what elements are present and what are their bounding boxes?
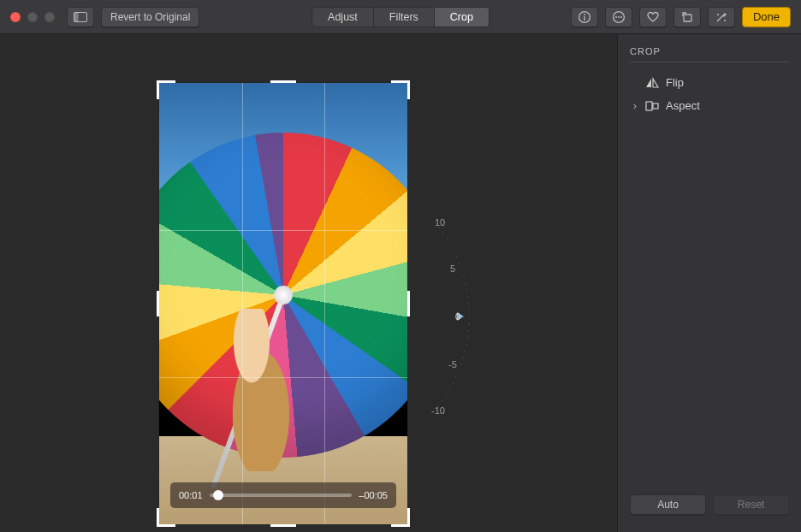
dial-tick-label: -10 xyxy=(431,405,445,416)
svg-point-7 xyxy=(618,16,620,18)
tab-adjust[interactable]: Adjust xyxy=(312,7,373,27)
svg-rect-1 xyxy=(74,12,79,21)
crop-handle-bottom-right[interactable] xyxy=(391,508,410,527)
photo-preview xyxy=(158,82,408,525)
flip-icon xyxy=(645,77,659,89)
crop-handle-bottom-left[interactable] xyxy=(157,508,175,527)
tab-crop[interactable]: Crop xyxy=(434,7,490,27)
svg-point-8 xyxy=(620,16,622,18)
crop-handle-top-left[interactable] xyxy=(157,80,175,99)
dial-tick-label: 5 xyxy=(450,263,455,274)
trim-track[interactable] xyxy=(210,494,353,497)
done-button[interactable]: Done xyxy=(742,7,791,27)
sidebar-footer: Auto Reset xyxy=(630,494,789,520)
minimize-window-button[interactable] xyxy=(27,12,38,22)
info-button[interactable] xyxy=(571,7,598,27)
crop-handle-left[interactable] xyxy=(157,291,159,316)
dial-tick-label: 10 xyxy=(435,217,445,228)
done-label: Done xyxy=(753,10,780,23)
trim-elapsed-label: 00:01 xyxy=(179,490,203,500)
titlebar: Revert to Original Adjust Filters Crop D… xyxy=(0,0,801,34)
tab-filters[interactable]: Filters xyxy=(373,7,434,27)
svg-rect-9 xyxy=(684,15,691,21)
revert-label: Revert to Original xyxy=(110,11,190,23)
aspect-icon xyxy=(645,100,659,112)
favorite-button[interactable] xyxy=(639,7,667,27)
video-trim-bar[interactable]: 00:01 –00:05 xyxy=(170,482,396,508)
rotate-button[interactable] xyxy=(673,7,701,27)
spacer xyxy=(632,76,638,89)
svg-point-6 xyxy=(615,16,617,18)
auto-enhance-button[interactable] xyxy=(708,7,735,27)
trim-remaining-label: –00:05 xyxy=(359,490,388,500)
more-button[interactable] xyxy=(605,7,632,27)
close-window-button[interactable] xyxy=(10,12,21,22)
crop-handle-top[interactable] xyxy=(270,80,296,83)
svg-rect-10 xyxy=(646,102,652,110)
sidebar-toggle-button[interactable] xyxy=(67,7,94,27)
crop-sidebar: CROP Flip › Aspect Auto Reset xyxy=(617,34,801,532)
revert-to-original-button[interactable]: Revert to Original xyxy=(101,7,199,27)
crop-handle-top-right[interactable] xyxy=(391,80,410,99)
aspect-label: Aspect xyxy=(666,99,700,112)
flip-row[interactable]: Flip xyxy=(630,71,789,94)
flip-label: Flip xyxy=(666,76,684,89)
trim-playhead[interactable] xyxy=(213,490,223,500)
sidebar-title: CROP xyxy=(630,46,789,62)
window-controls xyxy=(10,12,55,22)
auto-button[interactable]: Auto xyxy=(630,494,706,515)
reset-button[interactable]: Reset xyxy=(713,494,789,515)
crop-handle-bottom[interactable] xyxy=(270,524,296,527)
chevron-right-icon: › xyxy=(632,99,638,112)
edit-mode-tabs: Adjust Filters Crop xyxy=(312,7,490,27)
dial-indicator-icon xyxy=(457,312,464,321)
fullscreen-window-button[interactable] xyxy=(44,12,55,22)
dial-tick-label: -5 xyxy=(448,359,457,369)
svg-point-3 xyxy=(584,14,585,15)
crop-handle-right[interactable] xyxy=(407,291,410,316)
crop-frame[interactable]: 00:01 –00:05 xyxy=(158,82,408,525)
straighten-dial[interactable]: 10 5 0 -5 -10 xyxy=(409,205,529,428)
dial-tick-label: 0 xyxy=(455,311,460,322)
svg-rect-11 xyxy=(653,103,658,109)
editor-canvas-area: 00:01 –00:05 10 5 0 -5 -10 xyxy=(0,34,617,532)
svg-rect-4 xyxy=(584,16,584,21)
aspect-row[interactable]: › Aspect xyxy=(630,94,789,117)
